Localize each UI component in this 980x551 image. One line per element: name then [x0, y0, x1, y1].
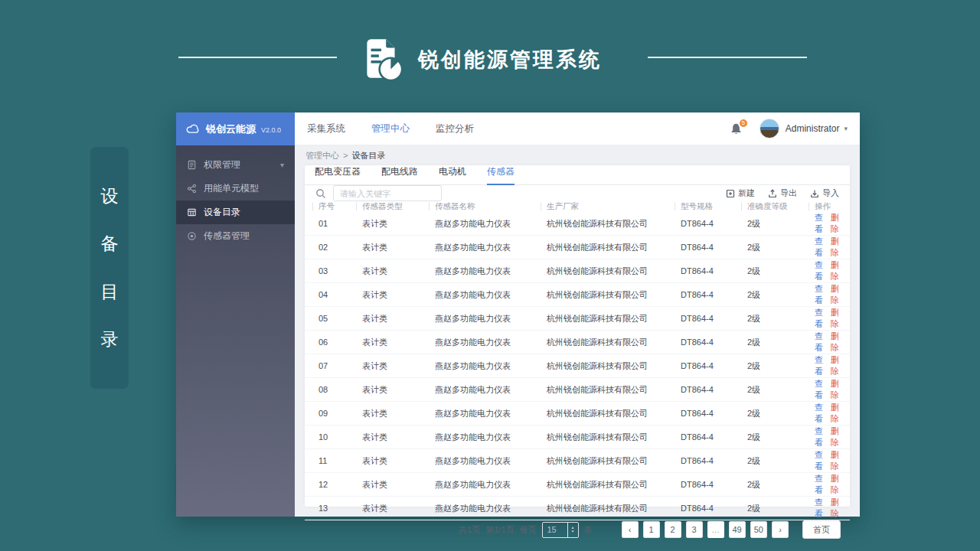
notifications-button[interactable]: 5: [730, 122, 743, 135]
cell-sensor-type: 表计类: [362, 455, 435, 467]
cell-no: 10: [318, 432, 362, 442]
view-link[interactable]: 查看: [815, 283, 823, 306]
view-link[interactable]: 查看: [815, 473, 823, 496]
new-button[interactable]: 新建: [726, 187, 755, 199]
cell-manufacturer: 杭州锐创能源科技有限公司: [547, 432, 681, 443]
notification-badge: 5: [738, 118, 749, 129]
breadcrumb-parent[interactable]: 管理中心: [305, 150, 339, 161]
nav-item-monitoring-analysis[interactable]: 监控分析: [436, 122, 474, 135]
delete-link[interactable]: 删除: [831, 402, 839, 425]
view-link[interactable]: 查看: [815, 497, 823, 520]
column-header-sensor-name: 传感器名称: [435, 201, 547, 212]
delete-link[interactable]: 删除: [831, 331, 839, 354]
tab-distribution-transformer[interactable]: 配电变压器: [315, 165, 361, 185]
delete-link[interactable]: 删除: [831, 425, 839, 448]
sidebar-item-device-catalog[interactable]: 设备目录: [176, 201, 295, 224]
page-number-button[interactable]: 2: [665, 521, 681, 538]
cell-sensor-name: 燕赵多功能电力仪表: [435, 218, 547, 230]
cell-actions: 查看 删除: [815, 236, 839, 259]
view-link[interactable]: 查看: [815, 236, 823, 259]
view-link[interactable]: 查看: [815, 331, 823, 354]
column-header-actions: 操作: [815, 201, 839, 212]
cell-sensor-type: 表计类: [362, 479, 435, 491]
delete-link[interactable]: 删除: [831, 354, 839, 377]
cell-sensor-name: 燕赵多功能电力仪表: [435, 432, 547, 443]
tab-electric-motor[interactable]: 电动机: [439, 165, 466, 185]
view-link[interactable]: 查看: [815, 307, 823, 330]
view-link[interactable]: 查看: [815, 354, 823, 377]
delete-link[interactable]: 删除: [831, 473, 839, 496]
cell-model: DT864-4: [681, 385, 747, 394]
cell-sensor-type: 表计类: [362, 218, 435, 230]
table-row: 09 表计类 燕赵多功能电力仪表 杭州锐创能源科技有限公司 DT864-4 2级…: [305, 402, 850, 425]
cell-actions: 查看 删除: [815, 497, 839, 520]
table-row: 06 表计类 燕赵多功能电力仪表 杭州锐创能源科技有限公司 DT864-4 2级…: [305, 331, 850, 354]
cell-accuracy: 2级: [747, 289, 815, 301]
view-link[interactable]: 查看: [815, 378, 823, 401]
tab-distribution-line[interactable]: 配电线路: [381, 165, 418, 185]
cell-actions: 查看 删除: [815, 212, 839, 235]
next-page-button[interactable]: ›: [772, 521, 789, 538]
delete-link[interactable]: 删除: [831, 236, 839, 259]
view-link[interactable]: 查看: [815, 259, 823, 282]
delete-link[interactable]: 删除: [831, 283, 839, 306]
page-size-stepper-arrows[interactable]: ▲▼: [567, 523, 578, 537]
tab-sensor[interactable]: 传感器: [487, 165, 514, 185]
cell-sensor-type: 表计类: [362, 313, 435, 324]
column-header-accuracy: 准确度等级: [747, 201, 815, 212]
sidebar-item-energy-unit-model[interactable]: 用能单元模型: [176, 177, 295, 201]
page-number-button[interactable]: …: [707, 521, 724, 538]
user-menu-caret-icon[interactable]: ▾: [844, 125, 848, 132]
view-link[interactable]: 查看: [815, 212, 823, 235]
table-toolbar: 新建 导出 导入: [305, 185, 850, 201]
cell-accuracy: 2级: [747, 408, 815, 419]
delete-link[interactable]: 删除: [831, 449, 839, 472]
cell-manufacturer: 杭州锐创能源科技有限公司: [547, 503, 681, 514]
import-button[interactable]: 导入: [810, 187, 839, 199]
cell-accuracy: 2级: [747, 313, 815, 324]
delete-link[interactable]: 删除: [831, 212, 839, 235]
cell-no: 07: [318, 361, 362, 370]
page-size-stepper[interactable]: 15 ▲▼: [542, 522, 579, 538]
cell-model: DT864-4: [681, 314, 747, 323]
delete-link[interactable]: 删除: [831, 497, 839, 520]
first-page-button[interactable]: 首页: [802, 520, 841, 539]
vertical-section-label: 设 备 目 录: [90, 147, 129, 389]
view-link[interactable]: 查看: [815, 425, 823, 448]
view-link[interactable]: 查看: [815, 449, 823, 472]
table-row: 02 表计类 燕赵多功能电力仪表 杭州锐创能源科技有限公司 DT864-4 2级…: [305, 236, 850, 259]
view-link[interactable]: 查看: [815, 402, 823, 425]
page-title: 锐创能源管理系统: [418, 46, 602, 73]
nav-item-collection-system[interactable]: 采集系统: [307, 122, 345, 135]
sidebar-logo: 锐创云能源 V2.0.0: [176, 112, 295, 145]
delete-link[interactable]: 删除: [831, 259, 839, 282]
cell-actions: 查看 删除: [815, 402, 839, 425]
cell-actions: 查看 删除: [815, 307, 839, 330]
cell-actions: 查看 删除: [815, 425, 839, 448]
cell-model: DT864-4: [681, 266, 747, 276]
cell-no: 06: [318, 337, 362, 347]
delete-link[interactable]: 删除: [831, 307, 839, 330]
pagination-bar: 共1页 第1/1页 每页 15 ▲▼ 条 ‹: [305, 520, 850, 539]
sidebar-item-permissions[interactable]: 权限管理 ▾: [176, 153, 295, 177]
page-number-button[interactable]: 49: [729, 521, 746, 538]
export-button[interactable]: 导出: [768, 187, 797, 199]
nav-item-management-center[interactable]: 管理中心: [371, 122, 410, 135]
sidebar-item-sensor-management[interactable]: 传感器管理: [176, 224, 295, 248]
prev-page-button[interactable]: ‹: [622, 521, 639, 538]
page-number-button[interactable]: 3: [686, 521, 703, 538]
sidebar-menu: 权限管理 ▾ 用能单元模型 设备目录 传感器管理: [176, 145, 295, 248]
cell-sensor-type: 表计类: [362, 242, 435, 253]
cell-no: 04: [318, 290, 362, 299]
delete-link[interactable]: 删除: [831, 378, 839, 401]
page-number-button[interactable]: 1: [643, 521, 660, 538]
avatar[interactable]: [760, 119, 779, 139]
cell-sensor-name: 燕赵多功能电力仪表: [435, 360, 547, 372]
cell-model: DT864-4: [681, 290, 747, 299]
cell-model: DT864-4: [681, 219, 747, 228]
page-number-button[interactable]: 50: [750, 521, 767, 538]
breadcrumb-separator: >: [343, 151, 348, 160]
search-input[interactable]: [333, 185, 442, 201]
sidebar-item-label: 权限管理: [204, 158, 240, 171]
cell-manufacturer: 杭州锐创能源科技有限公司: [547, 218, 681, 230]
